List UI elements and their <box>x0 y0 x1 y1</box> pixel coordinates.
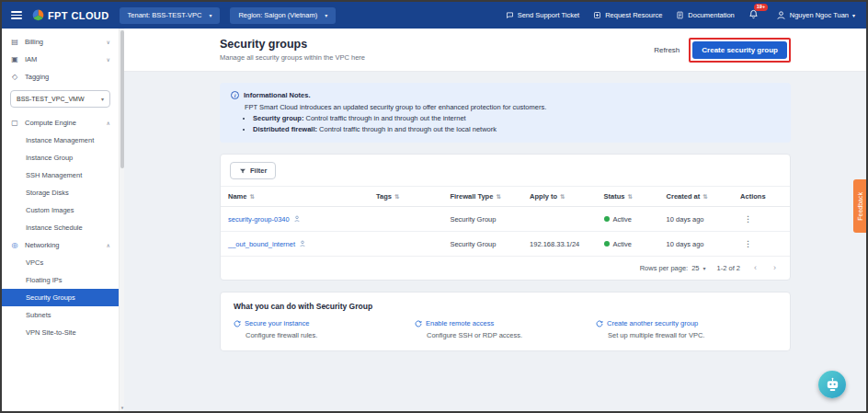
create-another-security-group-link[interactable]: Create another security group <box>596 319 777 327</box>
sidebar-item-label: VPN Site-to-Site <box>26 328 76 337</box>
row-actions-kebab-icon[interactable]: ⋮ <box>740 239 756 248</box>
apply-to-instance-icon[interactable] <box>299 240 306 247</box>
request-resource-link[interactable]: Request Resource <box>593 11 662 19</box>
user-menu[interactable]: Nguyen Ngoc Tuan ▾ <box>776 10 855 20</box>
refresh-button[interactable]: Refresh <box>654 46 680 54</box>
chevron-down-icon: ▾ <box>852 12 855 18</box>
sidebar-item-floating-ips[interactable]: Floating IPs <box>2 271 119 289</box>
info-icon: i <box>231 91 239 99</box>
chevron-down-icon: ▾ <box>703 265 706 271</box>
sort-icon[interactable]: ⇅ <box>394 193 399 200</box>
sidebar-item-vpn-site-to-site[interactable]: VPN Site-to-Site <box>2 324 119 341</box>
sidebar-item-label: Subnets <box>26 311 51 319</box>
sidebar-item-instance-schedule[interactable]: Instance Schedule <box>2 219 119 236</box>
page-header: Security groups Manage all security grou… <box>124 29 866 72</box>
security-groups-table: Name⇅ Tags⇅ Firewall Type⇅ Apply to⇅ Sta… <box>221 186 790 257</box>
sidebar-section-networking[interactable]: ◎ Networking ∧ <box>2 236 119 254</box>
sidebar-item-custom-images[interactable]: Custom Images <box>2 201 119 219</box>
row-actions-kebab-icon[interactable]: ⋮ <box>740 214 756 224</box>
documentation-link[interactable]: Documentation <box>676 11 734 19</box>
ai-assistant-button[interactable] <box>818 371 846 398</box>
link-label: Documentation <box>688 11 734 19</box>
sidebar-section-compute-engine[interactable]: ▢ Compute Engine ∧ <box>2 114 119 132</box>
chat-icon <box>506 11 514 19</box>
iam-icon: ▣ <box>10 55 19 63</box>
table-row: __out_bound_internet Security Group 192.… <box>221 232 790 257</box>
filter-button[interactable]: Filter <box>230 162 276 179</box>
tags-cell <box>369 232 442 257</box>
feedback-tab[interactable]: Feedback <box>853 179 866 233</box>
sort-icon[interactable]: ⇅ <box>496 193 500 200</box>
sidebar-item-ssh-management[interactable]: SSH Management <box>2 166 119 184</box>
info-bullet-list: Security group: Control traffic through … <box>253 114 780 133</box>
status-active-dot <box>604 216 610 222</box>
sidebar-item-storage-disks[interactable]: Storage Disks <box>2 184 119 201</box>
column-header-firewall-type: Firewall Type <box>450 192 493 201</box>
region-selector[interactable]: Region: Saigon (Vietnam) ▾ <box>230 7 336 24</box>
sidebar-item-vpcs[interactable]: VPCs <box>2 254 119 271</box>
bullet-text: Control traffic through in and through o… <box>317 125 497 133</box>
rows-per-page-label: Rows per page: <box>640 264 689 272</box>
scroll-down-icon[interactable]: ▾ <box>120 405 125 410</box>
chevron-down-icon: ▾ <box>325 12 327 18</box>
vpc-selector[interactable]: BSS-TEST_VPC_VMW ▾ <box>10 90 110 108</box>
sort-icon[interactable]: ⇅ <box>249 193 254 200</box>
app-window: FPT CLOUD Tenant: BSS-TEST-VPC ▾ Region:… <box>0 0 868 413</box>
filter-label: Filter <box>250 166 267 175</box>
sidebar-item-tagging[interactable]: ◇ Tagging <box>2 68 119 86</box>
created-at-cell: 10 days ago <box>659 232 733 257</box>
secure-your-instance-link[interactable]: Secure your instance <box>234 319 415 327</box>
sidebar-item-label: IAM <box>25 55 37 63</box>
next-page-icon[interactable]: › <box>771 263 779 272</box>
fpt-logo-icon <box>32 9 44 21</box>
previous-page-icon[interactable]: ‹ <box>751 263 760 272</box>
sidebar-scrollbar[interactable]: ▾ <box>119 29 124 411</box>
security-group-link[interactable]: security-group-0340 <box>228 215 290 224</box>
billing-icon: ▤ <box>10 38 19 46</box>
rows-per-page-select[interactable]: Rows per page: 25 ▾ <box>640 264 706 272</box>
apply-to-instance-icon[interactable] <box>293 215 301 223</box>
chevron-down-icon: ∨ <box>107 56 110 63</box>
sort-icon[interactable]: ⇅ <box>627 193 632 200</box>
table-header-row: Name⇅ Tags⇅ Firewall Type⇅ Apply to⇅ Sta… <box>221 187 790 207</box>
sort-icon[interactable]: ⇅ <box>702 193 707 200</box>
sort-icon[interactable]: ⇅ <box>560 193 565 200</box>
bullet-term: Distributed firewall: <box>253 125 317 133</box>
tags-cell <box>369 207 442 232</box>
notifications-bell[interactable]: 19+ <box>748 9 759 21</box>
create-security-group-button[interactable]: Create security group <box>692 41 787 59</box>
user-name: Nguyen Ngoc Tuan <box>790 11 849 19</box>
chevron-down-icon: ∨ <box>107 39 110 45</box>
compute-engine-icon: ▢ <box>10 119 19 127</box>
annotation-highlight: Create security group <box>689 38 791 63</box>
brand-logo[interactable]: FPT CLOUD <box>32 9 109 21</box>
column-header-tags: Tags <box>376 192 392 201</box>
sidebar-item-billing[interactable]: ▤ Billing ∨ <box>2 33 119 51</box>
column-header-created-at: Created at <box>667 192 701 201</box>
menu-icon[interactable] <box>11 11 22 19</box>
link-label: Send Support Ticket <box>518 11 580 19</box>
filter-funnel-icon <box>239 167 246 175</box>
sidebar-item-security-groups[interactable]: Security Groups <box>2 289 119 306</box>
sidebar-item-label: Floating IPs <box>26 276 63 284</box>
document-icon <box>676 11 684 19</box>
status-cell: Active <box>597 207 659 232</box>
notification-badge: 19+ <box>754 4 768 11</box>
sidebar-item-instance-group[interactable]: Instance Group <box>2 149 119 166</box>
ai-robot-icon <box>825 377 840 393</box>
sidebar-item-instance-management[interactable]: Instance Management <box>2 132 119 149</box>
circular-arrow-icon <box>234 320 241 327</box>
scrollbar-thumb[interactable] <box>120 30 124 168</box>
sidebar-item-subnets[interactable]: Subnets <box>2 306 119 324</box>
apply-to-cell: 192.168.33.1/24 <box>522 232 596 257</box>
send-support-ticket-link[interactable]: Send Support Ticket <box>506 11 580 19</box>
sidebar-item-label: Instance Group <box>26 154 73 162</box>
tenant-selector[interactable]: Tenant: BSS-TEST-VPC ▾ <box>120 7 221 24</box>
security-group-link[interactable]: __out_bound_internet <box>228 240 295 248</box>
enable-remote-access-link[interactable]: Enable remote access <box>415 319 596 327</box>
networking-icon: ◎ <box>10 241 19 249</box>
sidebar-item-iam[interactable]: ▣ IAM ∨ <box>2 51 119 68</box>
sidebar-item-label: Security Groups <box>26 293 75 302</box>
tag-icon: ◇ <box>10 73 19 81</box>
pagination: Rows per page: 25 ▾ 1-2 of 2 ‹ › <box>221 257 790 280</box>
